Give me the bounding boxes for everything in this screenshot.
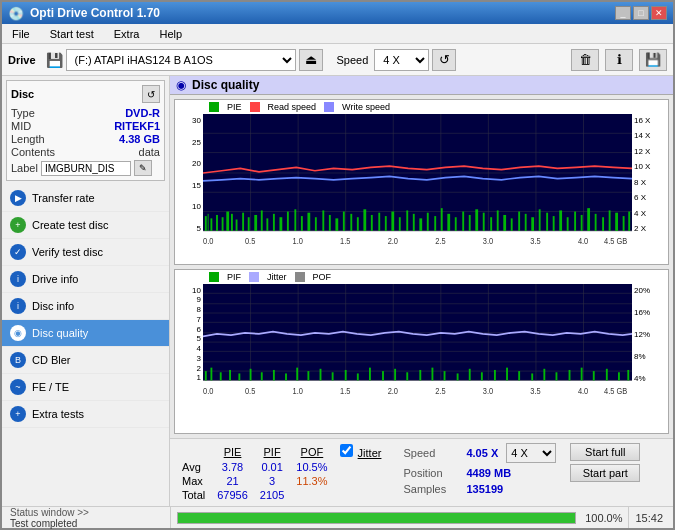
svg-text:2.0: 2.0 [388,236,399,247]
svg-rect-141 [581,367,583,380]
top-chart-svg-area: 0.0 0.5 1.0 1.5 2.0 2.5 3.0 3.5 4.0 4.5 … [203,114,632,249]
minimize-button[interactable]: _ [615,6,631,20]
top-y-axis-left: 30 25 20 15 10 5 [175,114,203,249]
svg-text:2.5: 2.5 [435,385,446,396]
svg-rect-130 [444,371,446,380]
svg-rect-120 [320,368,322,380]
col-header-jitter: Jitter [358,447,382,459]
svg-rect-59 [490,217,492,231]
speed-select[interactable]: 4 X [374,49,429,71]
svg-rect-37 [335,218,338,230]
svg-rect-61 [503,215,506,231]
nav-verify-test-disc[interactable]: ✓ Verify test disc [2,239,169,266]
svg-rect-17 [210,218,212,230]
svg-rect-65 [531,217,534,231]
charts-area: PIE Read speed Write speed 30 25 20 [170,95,673,438]
legend-pof-label: POF [313,272,332,282]
menu-extra[interactable]: Extra [108,27,146,41]
svg-rect-111 [220,372,222,380]
svg-rect-20 [226,212,229,231]
length-label: Length [11,133,45,145]
nav-fe-te[interactable]: ~ FE / TE [2,374,169,401]
nav-disc-quality[interactable]: ◉ Disc quality [2,320,169,347]
svg-rect-70 [567,217,569,231]
y2r-16: 16% [634,308,650,317]
eject-button[interactable]: ⏏ [299,49,323,71]
svg-text:0.5: 0.5 [245,385,256,396]
y1r-14x: 14 X [634,131,650,140]
erase-button[interactable]: 🗑 [571,49,599,71]
svg-rect-62 [511,218,513,230]
col-header-pof: POF [290,443,333,460]
disc-quality-chart-icon: ◉ [176,78,186,92]
y1-label-20: 20 [192,159,201,168]
save-button[interactable]: 💾 [639,49,667,71]
legend-write-speed-label: Write speed [342,102,390,112]
svg-rect-77 [615,213,618,231]
speed-value-stat: 4.05 X [466,447,498,459]
legend-pie-color [209,102,219,112]
menu-help[interactable]: Help [153,27,188,41]
menu-start-test[interactable]: Start test [44,27,100,41]
speed-stat-dropdown[interactable]: 4 X [506,443,556,463]
cd-bler-icon: B [10,352,26,368]
progress-percent: 100.0% [582,512,622,524]
avg-pof: 10.5% [290,460,333,474]
label-input[interactable] [41,161,131,176]
svg-rect-28 [273,214,275,231]
speed-position-area: Speed 4.05 X 4 X Position 4489 MB Sample… [403,443,556,495]
refresh-button[interactable]: ↺ [432,49,456,71]
svg-text:0.0: 0.0 [203,236,214,247]
total-pif: 2105 [254,488,290,502]
menu-file[interactable]: File [6,27,36,41]
y2-1: 1 [197,373,201,382]
legend-pie-label: PIE [227,102,242,112]
transfer-rate-icon: ▶ [10,190,26,206]
label-edit-button[interactable]: ✎ [134,160,152,176]
nav-cd-bler[interactable]: B CD Bler [2,347,169,374]
svg-rect-24 [248,217,250,231]
maximize-button[interactable]: □ [633,6,649,20]
start-part-button[interactable]: Start part [570,464,640,482]
nav-create-test-disc[interactable]: + Create test disc [2,212,169,239]
y2-7: 7 [197,315,201,324]
disc-quality-icon: ◉ [10,325,26,341]
sidebar-nav: ▶ Transfer rate + Create test disc ✓ Ver… [2,185,169,506]
svg-rect-131 [457,373,459,380]
svg-rect-110 [210,367,212,380]
right-panel: ◉ Disc quality PIE Read speed Write spee… [170,76,673,506]
nav-transfer-rate[interactable]: ▶ Transfer rate [2,185,169,212]
svg-rect-52 [441,208,443,231]
chart-title-bar: ◉ Disc quality [170,76,673,95]
verify-test-disc-icon: ✓ [10,244,26,260]
svg-text:0.0: 0.0 [203,385,214,396]
close-button[interactable]: ✕ [651,6,667,20]
start-full-button[interactable]: Start full [570,443,640,461]
svg-rect-71 [574,212,576,231]
jitter-checkbox[interactable] [340,444,353,457]
svg-rect-54 [455,217,457,231]
type-label: Type [11,107,35,119]
drive-select[interactable]: (F:) ATAPI iHAS124 B A1OS [66,49,296,71]
info-button[interactable]: ℹ [605,49,633,71]
speed-label: Speed [337,54,369,66]
svg-rect-135 [506,367,508,380]
nav-drive-info[interactable]: i Drive info [2,266,169,293]
nav-disc-info[interactable]: i Disc info [2,293,169,320]
svg-text:3.5: 3.5 [530,236,541,247]
svg-rect-139 [556,372,558,380]
y1r-2x: 2 X [634,224,646,233]
nav-extra-tests[interactable]: + Extra tests [2,401,169,428]
extra-tests-icon: + [10,406,26,422]
svg-rect-115 [261,372,263,380]
disc-refresh-button[interactable]: ↺ [142,85,160,103]
stats-area: PIE PIF POF Jitter Avg 3.78 0.01 [170,438,673,506]
col-header-pif: PIF [254,443,290,460]
top-y-axis-right: 16 X 14 X 12 X 10 X 8 X 6 X 4 X 2 X [632,114,668,249]
nav-disc-info-label: Disc info [32,300,74,312]
samples-label: Samples [403,483,458,495]
svg-rect-129 [431,367,433,380]
status-window-button[interactable]: Status window >> [10,507,166,518]
svg-rect-67 [546,213,548,231]
svg-text:3.0: 3.0 [483,385,494,396]
